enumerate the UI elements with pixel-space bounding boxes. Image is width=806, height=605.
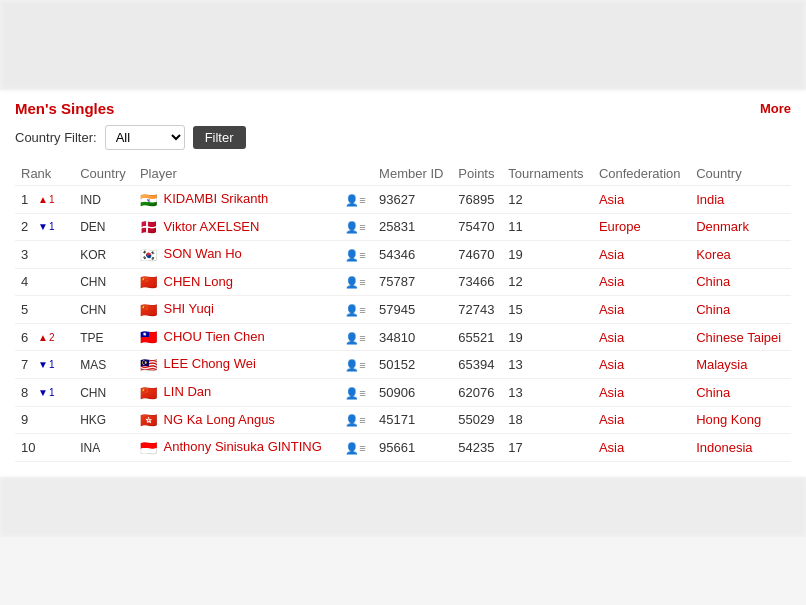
player-name[interactable]: LEE Chong Wei bbox=[164, 356, 256, 371]
player-name[interactable]: CHOU Tien Chen bbox=[164, 329, 265, 344]
table-row: 2 ▼1 DEN 🇩🇰 Viktor AXELSEN 👤≡ 25831 7547… bbox=[15, 213, 791, 241]
confederation-link[interactable]: Asia bbox=[599, 330, 624, 345]
rankings-table: Rank Country Player Member ID Points Tou… bbox=[15, 162, 791, 462]
player-profile-icon[interactable]: 👤≡ bbox=[345, 414, 365, 427]
country-link[interactable]: China bbox=[696, 302, 730, 317]
country-code: INA bbox=[80, 441, 100, 455]
player-name[interactable]: Anthony Sinisuka GINTING bbox=[164, 439, 322, 454]
confederation-link[interactable]: Asia bbox=[599, 302, 624, 317]
player-cell: 🇭🇰 NG Ka Long Angus bbox=[134, 406, 335, 434]
rank-cell: 8 ▼1 bbox=[15, 378, 74, 406]
player-cell: 🇮🇳 KIDAMBI Srikanth bbox=[134, 186, 335, 214]
confederation-cell: Europe bbox=[593, 213, 690, 241]
section-title: Men's Singles bbox=[15, 100, 114, 117]
player-icon-cell: 👤≡ bbox=[335, 186, 373, 214]
rank-number: 2 bbox=[21, 219, 36, 234]
confederation-link[interactable]: Asia bbox=[599, 192, 624, 207]
confederation-link[interactable]: Asia bbox=[599, 357, 624, 372]
country-link[interactable]: Denmark bbox=[696, 219, 749, 234]
player-icon-cell: 👤≡ bbox=[335, 406, 373, 434]
col-country: Country bbox=[74, 162, 134, 186]
country-link[interactable]: Chinese Taipei bbox=[696, 330, 781, 345]
player-name[interactable]: KIDAMBI Srikanth bbox=[164, 191, 269, 206]
country-cell: China bbox=[690, 378, 791, 406]
player-profile-icon[interactable]: 👤≡ bbox=[345, 276, 365, 289]
confederation-cell: Asia bbox=[593, 241, 690, 269]
player-profile-icon[interactable]: 👤≡ bbox=[345, 387, 365, 400]
points-cell: 65521 bbox=[452, 323, 502, 351]
player-name[interactable]: SHI Yuqi bbox=[164, 301, 214, 316]
flag-emoji: 🇮🇩 bbox=[140, 440, 157, 456]
rank-cell: 7 ▼1 bbox=[15, 351, 74, 379]
confederation-link[interactable]: Asia bbox=[599, 247, 624, 262]
rank-number: 7 bbox=[21, 357, 36, 372]
confederation-link[interactable]: Asia bbox=[599, 440, 624, 455]
country-code-cell: DEN bbox=[74, 213, 134, 241]
country-code-cell: HKG bbox=[74, 406, 134, 434]
player-profile-icon[interactable]: 👤≡ bbox=[345, 221, 365, 234]
bottom-blurred-section bbox=[0, 477, 806, 537]
country-filter-select[interactable]: All bbox=[105, 125, 185, 150]
table-row: 10 INA 🇮🇩 Anthony Sinisuka GINTING 👤≡ 95… bbox=[15, 434, 791, 462]
country-code: IND bbox=[80, 193, 101, 207]
player-name[interactable]: SON Wan Ho bbox=[164, 246, 242, 261]
confederation-link[interactable]: Asia bbox=[599, 412, 624, 427]
col-points: Points bbox=[452, 162, 502, 186]
rank-cell: 2 ▼1 bbox=[15, 213, 74, 241]
player-profile-icon[interactable]: 👤≡ bbox=[345, 304, 365, 317]
rank-number: 4 bbox=[21, 274, 36, 289]
rank-cell: 4 bbox=[15, 268, 74, 296]
flag-emoji: 🇹🇼 bbox=[140, 329, 157, 345]
player-icon-cell: 👤≡ bbox=[335, 296, 373, 324]
player-profile-icon[interactable]: 👤≡ bbox=[345, 359, 365, 372]
country-link[interactable]: Indonesia bbox=[696, 440, 752, 455]
rank-cell: 10 bbox=[15, 434, 74, 462]
player-profile-icon[interactable]: 👤≡ bbox=[345, 194, 365, 207]
player-icon-cell: 👤≡ bbox=[335, 268, 373, 296]
country-cell: Hong Kong bbox=[690, 406, 791, 434]
confederation-cell: Asia bbox=[593, 296, 690, 324]
confederation-link[interactable]: Europe bbox=[599, 219, 641, 234]
player-icon-cell: 👤≡ bbox=[335, 378, 373, 406]
player-profile-icon[interactable]: 👤≡ bbox=[345, 442, 365, 455]
player-profile-icon[interactable]: 👤≡ bbox=[345, 249, 365, 262]
country-link[interactable]: Korea bbox=[696, 247, 731, 262]
points-cell: 54235 bbox=[452, 434, 502, 462]
rank-number: 8 bbox=[21, 385, 36, 400]
player-name[interactable]: Viktor AXELSEN bbox=[164, 219, 260, 234]
country-link[interactable]: Hong Kong bbox=[696, 412, 761, 427]
country-link[interactable]: China bbox=[696, 274, 730, 289]
player-name[interactable]: LIN Dan bbox=[164, 384, 212, 399]
player-name[interactable]: NG Ka Long Angus bbox=[164, 412, 275, 427]
rank-cell: 3 bbox=[15, 241, 74, 269]
player-name[interactable]: CHEN Long bbox=[164, 274, 233, 289]
country-code-cell: INA bbox=[74, 434, 134, 462]
table-row: 7 ▼1 MAS 🇲🇾 LEE Chong Wei 👤≡ 50152 65394… bbox=[15, 351, 791, 379]
country-link[interactable]: Malaysia bbox=[696, 357, 747, 372]
tournaments-cell: 13 bbox=[502, 378, 593, 406]
player-profile-icon[interactable]: 👤≡ bbox=[345, 332, 365, 345]
confederation-link[interactable]: Asia bbox=[599, 385, 624, 400]
player-icon-cell: 👤≡ bbox=[335, 323, 373, 351]
rank-cell: 6 ▲2 bbox=[15, 323, 74, 351]
flag-emoji: 🇮🇳 bbox=[140, 192, 157, 208]
country-code-cell: IND bbox=[74, 186, 134, 214]
player-cell: 🇨🇳 CHEN Long bbox=[134, 268, 335, 296]
table-row: 8 ▼1 CHN 🇨🇳 LIN Dan 👤≡ 50906 62076 13 As… bbox=[15, 378, 791, 406]
filter-button[interactable]: Filter bbox=[193, 126, 246, 149]
section-header: Men's Singles More bbox=[15, 100, 791, 117]
points-cell: 55029 bbox=[452, 406, 502, 434]
country-cell: Denmark bbox=[690, 213, 791, 241]
more-link[interactable]: More bbox=[760, 101, 791, 116]
country-code-cell: TPE bbox=[74, 323, 134, 351]
player-icon-cell: 👤≡ bbox=[335, 351, 373, 379]
player-cell: 🇨🇳 LIN Dan bbox=[134, 378, 335, 406]
tournaments-cell: 18 bbox=[502, 406, 593, 434]
member-id-cell: 75787 bbox=[373, 268, 452, 296]
country-link[interactable]: India bbox=[696, 192, 724, 207]
confederation-link[interactable]: Asia bbox=[599, 274, 624, 289]
country-code-cell: CHN bbox=[74, 378, 134, 406]
rank-change-up: ▲1 bbox=[38, 194, 54, 205]
country-link[interactable]: China bbox=[696, 385, 730, 400]
points-cell: 65394 bbox=[452, 351, 502, 379]
